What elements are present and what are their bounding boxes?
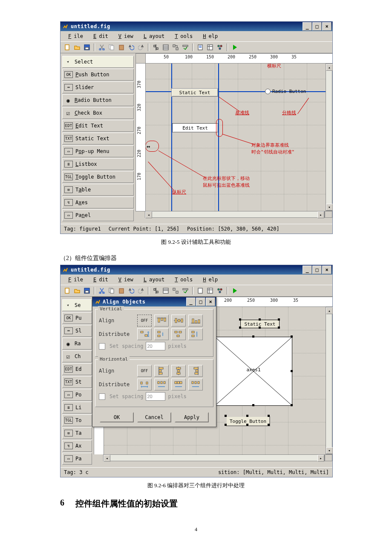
redo-icon[interactable] [137, 43, 145, 52]
vdist-3[interactable] [171, 328, 186, 340]
palette-radio-button[interactable]: ◉Radio Button [62, 94, 134, 106]
menu-editor-icon[interactable] [161, 286, 170, 295]
undo-icon[interactable] [127, 286, 135, 295]
property-inspector-icon[interactable] [206, 43, 214, 52]
palette-slider[interactable]: ═Slider [62, 81, 134, 93]
palette-axes[interactable]: ↯Ax [62, 440, 92, 452]
redo-icon[interactable] [137, 286, 145, 295]
palette-pop-up-menu[interactable]: ▭Po [62, 389, 92, 401]
palette-table[interactable]: ⊞Ta [62, 427, 92, 439]
open-icon[interactable] [73, 43, 81, 52]
valign-off[interactable]: OFF [137, 315, 152, 327]
palette-select[interactable]: ➤Select [62, 56, 134, 68]
menu-edit[interactable]: Edit [88, 276, 111, 283]
palette-panel[interactable]: ▭Panel [62, 209, 134, 221]
valign-top[interactable] [154, 315, 169, 327]
minimize-button[interactable]: _ [303, 22, 312, 31]
h-spacing-check[interactable] [99, 393, 105, 400]
palette-slider[interactable]: ═Sl [62, 325, 92, 337]
hdist-2[interactable] [154, 379, 169, 390]
menu-tools[interactable]: Tools [170, 276, 195, 283]
v-spacing-input[interactable] [146, 342, 165, 350]
palette-select[interactable]: ➤Se [62, 299, 92, 311]
menu-file[interactable]: File [63, 276, 86, 283]
tab-order-icon[interactable] [171, 43, 180, 52]
vertical-scrollbar[interactable]: ▴ ▾ [326, 307, 332, 454]
palette-push-button[interactable]: OKPush Button [62, 69, 134, 81]
halign-left[interactable] [154, 365, 169, 377]
h-spacing-input[interactable] [146, 392, 165, 401]
menu-help[interactable]: Help [198, 33, 220, 40]
maximize-button[interactable]: □ [196, 298, 205, 306]
design-canvas[interactable]: Static Text Radio Button Edit Text ↔ [146, 64, 326, 211]
vdist-1[interactable] [137, 328, 152, 340]
save-icon[interactable] [83, 286, 91, 295]
valign-middle[interactable] [171, 315, 186, 327]
palette-check-box[interactable]: ☑Check Box [62, 107, 134, 119]
close-button[interactable]: × [322, 266, 331, 274]
close-button[interactable]: × [206, 298, 215, 306]
minimize-button[interactable]: _ [303, 266, 312, 274]
menu-view[interactable]: View [113, 33, 136, 40]
scroll-left-icon[interactable]: ◂ [145, 211, 152, 218]
palette-axes[interactable]: ↯Axes [62, 197, 134, 208]
new-icon[interactable] [63, 286, 72, 295]
hdist-1[interactable] [137, 379, 152, 390]
radio-button-control[interactable]: Radio Button [265, 89, 306, 94]
menu-file[interactable]: File [63, 33, 86, 40]
scroll-up-icon[interactable]: ▴ [326, 307, 333, 314]
menu-tools[interactable]: Tools [170, 33, 195, 40]
open-icon[interactable] [73, 286, 81, 295]
cut-icon[interactable] [98, 286, 106, 295]
halign-right[interactable] [188, 365, 203, 377]
scroll-right-icon[interactable]: ▸ [317, 211, 324, 218]
palette-static-text[interactable]: TXTStatic Text [62, 133, 134, 145]
copy-icon[interactable] [107, 286, 116, 295]
palette-radio-button[interactable]: ◉Ra [62, 338, 92, 350]
halign-off[interactable]: OFF [137, 365, 152, 377]
align-icon[interactable] [152, 286, 160, 295]
vdist-2[interactable] [154, 328, 169, 340]
cut-icon[interactable] [98, 43, 106, 52]
halign-center[interactable] [171, 365, 186, 377]
copy-icon[interactable] [107, 43, 116, 52]
new-icon[interactable] [63, 43, 72, 52]
palette-toggle-button[interactable]: TGLTo [62, 414, 92, 426]
palette-check-box[interactable]: ☑Ch [62, 350, 92, 362]
palette-edit-text[interactable]: EDTEd [62, 363, 92, 375]
close-button[interactable]: × [322, 22, 331, 31]
run-button[interactable] [231, 286, 239, 295]
edit-text-control[interactable]: Edit Text [172, 123, 218, 133]
scroll-up-icon[interactable]: ▴ [326, 64, 333, 71]
palette-listbox[interactable]: ≣Listbox [62, 158, 134, 170]
static-text-control[interactable]: Static Text [171, 88, 218, 97]
palette-panel[interactable]: ▭Pa [62, 453, 92, 465]
save-icon[interactable] [83, 43, 91, 52]
apply-button[interactable]: Apply [175, 412, 209, 422]
property-inspector-icon[interactable] [206, 286, 214, 295]
toolbar-editor-icon[interactable] [181, 43, 190, 52]
vertical-scrollbar[interactable]: ▴ ▾ [326, 64, 332, 211]
object-browser-icon[interactable] [216, 286, 224, 295]
menu-layout[interactable]: Layout [138, 33, 167, 40]
menu-help[interactable]: Help [198, 276, 220, 283]
paste-icon[interactable] [117, 286, 126, 295]
menu-editor-icon[interactable] [161, 43, 170, 52]
horizontal-ruler[interactable]: 5010015020025030035 [135, 53, 332, 64]
cancel-button[interactable]: Cancel [137, 412, 171, 422]
palette-table[interactable]: ⊞Table [62, 184, 134, 196]
undo-icon[interactable] [127, 43, 135, 52]
align-icon[interactable] [152, 43, 160, 52]
horizontal-scrollbar[interactable]: ◂▸ [103, 454, 325, 461]
menu-view[interactable]: View [113, 276, 136, 283]
axes-control[interactable]: axes1 [215, 337, 292, 406]
ok-button[interactable]: OK [100, 412, 134, 422]
scroll-down-icon[interactable]: ▾ [326, 447, 333, 454]
editor-icon[interactable] [196, 286, 205, 295]
toolbar-editor-icon[interactable] [181, 286, 190, 295]
valign-bottom[interactable] [188, 315, 203, 327]
hdist-4[interactable] [188, 379, 203, 390]
run-button[interactable] [231, 43, 239, 52]
scroll-down-icon[interactable]: ▾ [326, 204, 333, 211]
editor-icon[interactable] [196, 43, 205, 52]
